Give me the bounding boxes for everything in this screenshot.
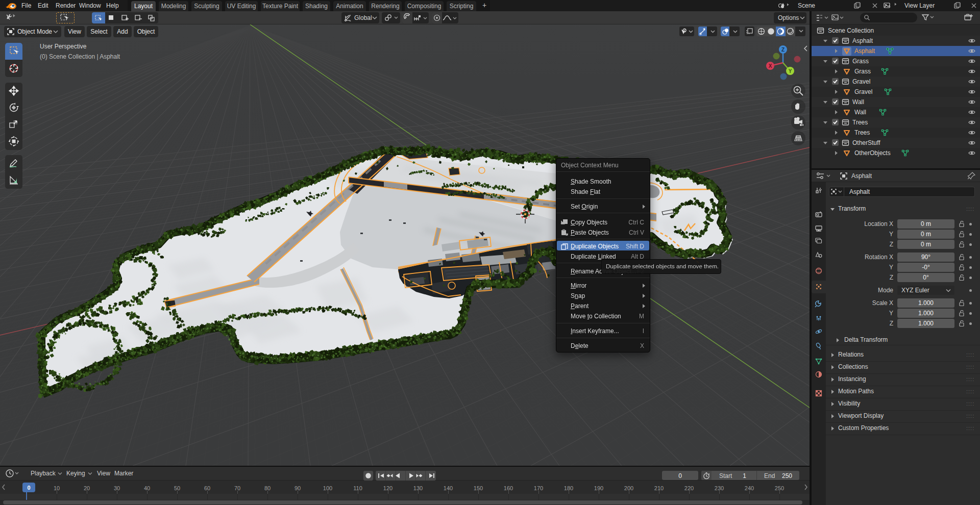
svg-text:X: X	[769, 63, 772, 69]
svg-text:Z: Z	[781, 47, 785, 53]
svg-text:Y: Y	[789, 68, 792, 74]
